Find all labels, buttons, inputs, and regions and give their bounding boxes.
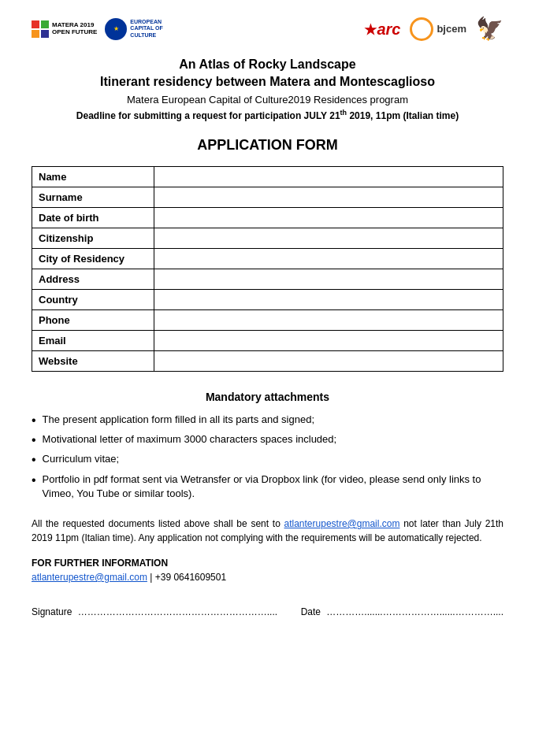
signature-section: Signature …………………………………………………….... Date …: [32, 606, 503, 617]
table-row: Date of birth: [32, 208, 503, 228]
field-label: City of Residency: [32, 249, 154, 269]
list-item-text: Motivational letter of maximum 3000 char…: [43, 432, 337, 447]
sub-title: Itinerant residency between Matera and M…: [32, 75, 503, 89]
bjcem-logo: bjcem: [410, 17, 466, 41]
field-value: [154, 228, 503, 249]
field-value: [154, 208, 503, 228]
field-value: [154, 331, 503, 351]
table-row: Surname: [32, 187, 503, 208]
bullet-icon: •: [32, 413, 36, 428]
application-form-table: NameSurnameDate of birthCitizenshipCity …: [32, 166, 503, 372]
contact-line: atlanterupestre@gmail.com | +39 06416095…: [32, 572, 503, 583]
further-info-section: FOR FURTHER INFORMATION: [32, 558, 503, 569]
further-email-link[interactable]: atlanterupestre@gmail.com: [32, 572, 147, 583]
table-row: Name: [32, 167, 503, 187]
field-label: Address: [32, 269, 154, 290]
table-row: City of Residency: [32, 249, 503, 269]
left-logos: MATERA 2019 OPEN FUTURE ★ EUROPEAN CAPIT…: [32, 18, 169, 40]
field-value: [154, 310, 503, 331]
list-item-text: The present application form filled in a…: [43, 413, 314, 427]
list-item: •Motivational letter of maximum 3000 cha…: [32, 432, 503, 447]
arc-logo: ★arc: [364, 19, 400, 39]
field-label: Email: [32, 331, 154, 351]
main-title: An Atlas of Rocky Landscape: [32, 57, 503, 72]
cooperattiva-logo: 🦅: [476, 16, 503, 42]
table-row: Email: [32, 331, 503, 351]
list-item: •Portfolio in pdf format sent via Wetran…: [32, 472, 503, 501]
list-item: •Curriculum vitae;: [32, 452, 503, 467]
table-row: Citizenship: [32, 228, 503, 249]
bjcem-label: bjcem: [437, 23, 466, 35]
table-row: Country: [32, 290, 503, 310]
further-info-label: FOR FURTHER INFORMATION: [32, 558, 168, 569]
field-value: [154, 351, 503, 372]
matera-label: MATERA 2019 OPEN FUTURE: [52, 22, 97, 36]
field-value: [154, 290, 503, 310]
date-part: Date ………….......………………......…………....: [301, 606, 503, 617]
field-label: Website: [32, 351, 154, 372]
app-form-title: APPLICATION FORM: [32, 137, 503, 154]
page-titles: An Atlas of Rocky Landscape Itinerant re…: [32, 57, 503, 121]
field-value: [154, 269, 503, 290]
bullet-icon: •: [32, 432, 36, 447]
attachments-section-title: Mandatory attachments: [32, 391, 503, 403]
field-value: [154, 187, 503, 208]
table-row: Address: [32, 269, 503, 290]
right-logos: ★arc bjcem 🦅: [364, 16, 503, 42]
field-label: Citizenship: [32, 228, 154, 249]
list-item: •The present application form filled in …: [32, 413, 503, 428]
deadline-text: Deadline for submitting a request for pa…: [32, 109, 503, 121]
field-label: Surname: [32, 187, 154, 208]
send-email-link[interactable]: atlanterupestre@gmail.com: [284, 518, 400, 529]
field-label: Name: [32, 167, 154, 187]
field-label: Date of birth: [32, 208, 154, 228]
field-label: Country: [32, 290, 154, 310]
attachments-list: •The present application form filled in …: [32, 413, 503, 501]
bjcem-circle-icon: [410, 17, 433, 41]
table-row: Phone: [32, 310, 503, 331]
field-label: Phone: [32, 310, 154, 331]
signature-label: Signature: [32, 606, 72, 617]
date-label: Date: [301, 606, 321, 617]
field-value: [154, 249, 503, 269]
eu-label: EUROPEAN CAPITAL OF CULTURE: [130, 19, 169, 39]
send-info-paragraph: All the requested documents listed above…: [32, 517, 503, 545]
list-item-text: Portfolio in pdf format sent via Wetrans…: [43, 472, 503, 501]
bullet-icon: •: [32, 472, 36, 487]
field-value: [154, 167, 503, 187]
header-logos: MATERA 2019 OPEN FUTURE ★ EUROPEAN CAPIT…: [32, 16, 503, 42]
list-item-text: Curriculum vitae;: [43, 452, 120, 466]
coop-bird-icon: 🦅: [476, 16, 503, 42]
program-title: Matera European Capital of Culture2019 R…: [32, 94, 503, 106]
table-row: Website: [32, 351, 503, 372]
eu-circle-icon: ★: [105, 18, 127, 40]
eu-logo: ★ EUROPEAN CAPITAL OF CULTURE: [105, 18, 169, 40]
matera-logo: MATERA 2019 OPEN FUTURE: [32, 20, 97, 38]
signature-part: Signature ……………………………………………………....: [32, 606, 277, 617]
bullet-icon: •: [32, 452, 36, 467]
matera-squares-icon: [32, 20, 49, 38]
